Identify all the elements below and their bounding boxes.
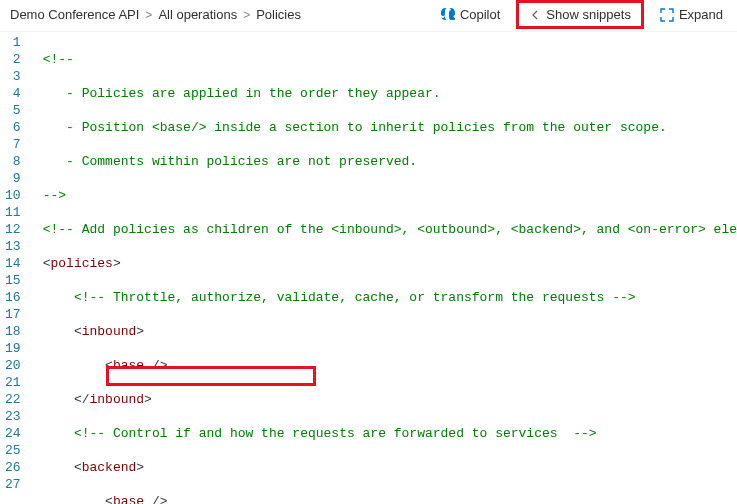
header-actions: Copilot Show snippets Expand <box>433 0 729 29</box>
line-number: 16 <box>0 289 21 306</box>
line-number: 14 <box>0 255 21 272</box>
line-number: 6 <box>0 119 21 136</box>
breadcrumb: Demo Conference API > All operations > P… <box>10 7 301 22</box>
line-number: 7 <box>0 136 21 153</box>
comment: --> <box>43 188 66 203</box>
comment: <!-- Throttle, authorize, validate, cach… <box>74 290 636 305</box>
expand-label: Expand <box>679 7 723 22</box>
snippets-label: Show snippets <box>546 7 631 22</box>
line-number: 13 <box>0 238 21 255</box>
line-number: 11 <box>0 204 21 221</box>
line-number: 22 <box>0 391 21 408</box>
code-content[interactable]: <!-- - Policies are applied in the order… <box>35 32 737 504</box>
comment: - Policies are applied in the order they… <box>43 86 441 101</box>
code-editor[interactable]: 1234567891011121314151617181920212223242… <box>0 32 737 504</box>
breadcrumb-sep: > <box>243 8 250 22</box>
line-gutter: 1234567891011121314151617181920212223242… <box>0 32 35 504</box>
copilot-icon <box>439 7 455 23</box>
line-number: 24 <box>0 425 21 442</box>
show-snippets-button[interactable]: Show snippets <box>523 4 637 25</box>
comment: - Comments within policies are not prese… <box>43 154 417 169</box>
copilot-label: Copilot <box>460 7 500 22</box>
line-number: 12 <box>0 221 21 238</box>
line-number: 23 <box>0 408 21 425</box>
line-number: 20 <box>0 357 21 374</box>
comment: <!-- <box>43 52 74 67</box>
line-number: 2 <box>0 51 21 68</box>
breadcrumb-sep: > <box>145 8 152 22</box>
breadcrumb-policies: Policies <box>256 7 301 22</box>
expand-button[interactable]: Expand <box>654 4 729 25</box>
line-number: 3 <box>0 68 21 85</box>
line-number: 4 <box>0 85 21 102</box>
line-number: 8 <box>0 153 21 170</box>
breadcrumb-operations[interactable]: All operations <box>158 7 237 22</box>
comment: <!-- Control if and how the requests are… <box>74 426 597 441</box>
comment: - Position <base/> inside a section to i… <box>43 120 667 135</box>
line-number: 19 <box>0 340 21 357</box>
line-number: 26 <box>0 459 21 476</box>
breadcrumb-api[interactable]: Demo Conference API <box>10 7 139 22</box>
line-number: 9 <box>0 170 21 187</box>
line-number: 18 <box>0 323 21 340</box>
line-number: 10 <box>0 187 21 204</box>
expand-icon <box>660 8 674 22</box>
line-number: 1 <box>0 34 21 51</box>
line-number: 15 <box>0 272 21 289</box>
line-number: 21 <box>0 374 21 391</box>
line-number: 17 <box>0 306 21 323</box>
line-number: 27 <box>0 476 21 493</box>
comment: <!-- Add policies as children of the <in… <box>43 222 737 237</box>
copilot-button[interactable]: Copilot <box>433 4 506 26</box>
line-number: 25 <box>0 442 21 459</box>
chevron-left-icon <box>529 9 541 21</box>
line-number: 5 <box>0 102 21 119</box>
snippets-highlight: Show snippets <box>516 0 644 29</box>
editor-header: Demo Conference API > All operations > P… <box>0 0 737 32</box>
